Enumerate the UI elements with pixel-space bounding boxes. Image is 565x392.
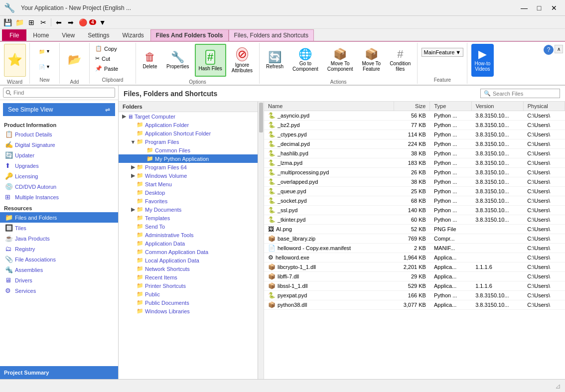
col-version[interactable]: Version [471, 102, 523, 111]
tree-desktop[interactable]: 📁 Desktop [119, 188, 258, 197]
tab-files-folders-shortcuts[interactable]: Files, Folders and Shortcuts [229, 29, 314, 41]
add-button[interactable]: 📂 [64, 44, 86, 77]
tab-file[interactable]: File [2, 29, 26, 41]
ribbon-collapse-button[interactable]: ∧ [555, 45, 563, 53]
nav-product-details[interactable]: 📋Product Details [0, 129, 118, 139]
table-row[interactable]: 🐍_multiprocessing.pyd 26 KB Python ... 3… [264, 168, 565, 177]
table-row[interactable]: 📦python38.dll 3,077 KB Applica... 3.8.31… [264, 300, 565, 310]
table-row[interactable]: 🐍_overlapped.pyd 38 KB Python ... 3.8.31… [264, 177, 565, 187]
tab-wizards[interactable]: Wizards [116, 29, 150, 41]
nav-multiple-instances[interactable]: ⊞Multiple Instances [0, 192, 118, 202]
nav-files-and-folders[interactable]: 📁Files and Folders [0, 212, 118, 223]
tab-view[interactable]: View [55, 29, 81, 41]
see-simple-view-button[interactable]: See Simple View ⇌ [3, 103, 115, 116]
tree-admin-tools[interactable]: 📁 Administrative Tools [119, 231, 258, 239]
close-button[interactable]: ✕ [547, 2, 561, 13]
wizard-button[interactable]: ⭐ [4, 44, 26, 77]
tab-home[interactable]: Home [26, 29, 55, 41]
table-row[interactable]: 🐍_ssl.pyd 140 KB Python ... 3.8.3150.10.… [264, 206, 565, 215]
tree-network-shortcuts[interactable]: 📁 Network Shortcuts [119, 264, 258, 273]
tree-local-app-data[interactable]: 📁 Local Application Data [119, 256, 258, 264]
moveto-component-button[interactable]: 📦 Move ToComponent [324, 44, 357, 77]
table-row[interactable]: 🐍pyexpat.pyd 166 KB Python ... 3.8.3150.… [264, 291, 565, 300]
col-name[interactable]: Name [264, 102, 394, 111]
col-size[interactable]: Size [394, 102, 430, 111]
table-row[interactable]: 📦base_library.zip 769 KB Compr... C:\Use… [264, 234, 565, 244]
tree-application-folder[interactable]: 📁 Application Folder [119, 121, 258, 129]
table-row[interactable]: 🖼AI.png 52 KB PNG File C:\Users\ [264, 225, 565, 234]
nav-java-products[interactable]: ☕Java Products [0, 233, 118, 244]
resize-handle[interactable]: ⊿ [555, 382, 561, 390]
table-row[interactable]: 📦libffi-7.dll 29 KB Applica... C:\Users\ [264, 272, 565, 281]
delete-button[interactable]: 🗑 Delete [139, 44, 161, 77]
grid-quick-btn[interactable]: ⊞ [26, 17, 37, 27]
help-button[interactable]: ? [544, 45, 554, 55]
tab-files-folders-tools[interactable]: Files And Folders Tools [150, 29, 229, 41]
forward-quick-btn[interactable]: ➡ [65, 17, 76, 27]
nav-drivers[interactable]: 🖥Drivers [0, 275, 118, 285]
nav-services[interactable]: ⚙Services [0, 285, 118, 296]
col-type[interactable]: Type [430, 102, 471, 111]
paste-button[interactable]: 📌 Paste [93, 64, 133, 73]
new-folder-button[interactable]: 📁 ▼ [36, 44, 54, 59]
table-row[interactable]: 📄helloword - Copy.exe.manifest 2 KB MANI… [264, 244, 565, 253]
tree-recent-items[interactable]: 📁 Recent Items [119, 273, 258, 281]
save-quick-btn[interactable]: 💾 [2, 17, 13, 27]
cut-button[interactable]: ✂ Cut [93, 54, 133, 63]
tree-my-documents[interactable]: ▶ 📁 My Documents [119, 205, 258, 214]
tree-my-python-app[interactable]: 📁 My Python Application [119, 154, 258, 163]
cut-quick-btn[interactable]: ✂ [38, 17, 49, 27]
tree-templates[interactable]: 📁 Templates [119, 214, 258, 222]
tree-program-files[interactable]: ▼ 📁 Program Files [119, 137, 258, 146]
open-quick-btn[interactable]: 📁 [14, 17, 25, 27]
feature-selector[interactable]: MainFeature ▼ [422, 48, 464, 57]
panel-bottom[interactable]: Project Summary [0, 366, 118, 379]
condition-files-button[interactable]: # Conditionfiles [386, 44, 414, 77]
maximize-button[interactable]: □ [532, 2, 546, 13]
ignore-attributes-button[interactable]: ⊘ IgnoreAttributes [228, 44, 256, 77]
table-row[interactable]: 🐍_ctypes.pyd 114 KB Python ... 3.8.3150.… [264, 130, 565, 139]
nav-upgrades[interactable]: ⬆Upgrades [0, 160, 118, 171]
tree-common-app-data[interactable]: 📁 Common Application Data [119, 248, 258, 256]
search-files-input[interactable] [493, 91, 558, 97]
tree-send-to[interactable]: 📁 Send To [119, 222, 258, 231]
back-quick-btn[interactable]: ⬅ [53, 17, 64, 27]
copy-button[interactable]: 📋 Copy [93, 44, 133, 53]
tree-common-files[interactable]: 📁 Common Files [119, 146, 258, 154]
tab-settings[interactable]: Settings [81, 29, 116, 41]
table-row[interactable]: 📦libssl-1_1.dll 529 KB Applica... 1.1.1.… [264, 281, 565, 291]
table-row[interactable]: 🐍_bz2.pyd 77 KB Python ... 3.8.3150.10..… [264, 121, 565, 130]
tree-public-documents[interactable]: 📁 Public Documents [119, 298, 258, 307]
properties-button[interactable]: 🔧 Properties [163, 44, 193, 77]
table-row[interactable]: 🐍_asyncio.pyd 56 KB Python ... 3.8.3150.… [264, 111, 565, 121]
tree-windows-libraries[interactable]: 📁 Windows Libraries [119, 307, 258, 315]
nav-updater[interactable]: 🔄Updater [0, 150, 118, 160]
tree-target-computer[interactable]: ▶ 🖥 Target Computer [119, 112, 258, 121]
nav-cd-dvd-autorun[interactable]: 💿CD/DVD Autorun [0, 181, 118, 192]
tree-app-data[interactable]: 📁 Application Data [119, 239, 258, 248]
tree-start-menu[interactable]: 📁 Start Menu [119, 180, 258, 188]
table-row[interactable]: 🐍_decimal.pyd 224 KB Python ... 3.8.3150… [264, 139, 565, 149]
moveto-feature-button[interactable]: 📦 Move ToFeature [359, 44, 385, 77]
dropdown-quick-btn[interactable]: ▼ [97, 17, 108, 27]
alert-quick-btn[interactable]: 🔴 [77, 17, 88, 27]
col-physical[interactable]: Physical [523, 102, 565, 111]
tree-printer-shortcuts[interactable]: 📁 Printer Shortcuts [119, 281, 258, 290]
table-row[interactable]: 🐍_hashlib.pyd 38 KB Python ... 3.8.3150.… [264, 149, 565, 158]
nav-tiles[interactable]: 🔲Tiles [0, 223, 118, 233]
goto-component-button[interactable]: 🌐 Go toComponent [289, 44, 322, 77]
table-row[interactable]: ⚙helloword.exe 1,964 KB Applica... C:\Us… [264, 253, 565, 262]
tree-favorites[interactable]: 📁 Favorites [119, 197, 258, 205]
nav-registry[interactable]: 🗂Registry [0, 244, 118, 254]
nav-file-associations[interactable]: 📎File Associations [0, 254, 118, 264]
table-row[interactable]: 🐍_queue.pyd 25 KB Python ... 3.8.3150.10… [264, 187, 565, 196]
table-row[interactable]: 🐍_lzma.pyd 183 KB Python ... 3.8.3150.10… [264, 158, 565, 168]
nav-assemblies[interactable]: 🔩Assemblies [0, 264, 118, 275]
table-row[interactable]: 🐍_socket.pyd 68 KB Python ... 3.8.3150.1… [264, 196, 565, 206]
nav-digital-signature[interactable]: ✍Digital Signature [0, 139, 118, 150]
tree-windows-volume[interactable]: ▶ 📁 Windows Volume [119, 171, 258, 180]
refresh-button[interactable]: 🔄 Refresh [263, 44, 287, 77]
hash-files-button[interactable]: # Hash Files [195, 44, 226, 77]
tree-program-files-64[interactable]: ▶ 📁 Program Files 64 [119, 163, 258, 171]
tree-app-shortcut-folder[interactable]: 📁 Application Shortcut Folder [119, 129, 258, 137]
